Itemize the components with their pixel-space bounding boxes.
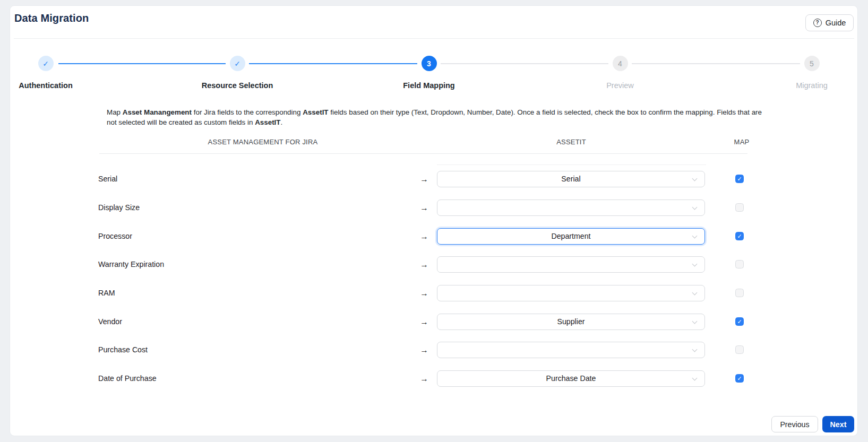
check-icon: ✓ — [737, 233, 742, 239]
table-row: Vendor → Supplier ✓ — [0, 314, 868, 330]
table-row: Date of Purchase → Purchase Date ✓ — [0, 370, 868, 387]
chevron-down-icon — [692, 290, 698, 295]
step-number: 3 — [427, 59, 431, 68]
check-icon: ✓ — [737, 376, 742, 382]
arrow-right-icon: → — [418, 228, 431, 245]
target-field-select[interactable] — [437, 342, 705, 358]
map-checkbox[interactable]: ✓ — [735, 317, 744, 326]
check-icon: ✓ — [737, 176, 742, 182]
arrow-right-icon: → — [418, 171, 431, 187]
map-checkbox[interactable]: ✓ — [735, 260, 744, 268]
partial-select-edge — [437, 164, 706, 165]
header-divider — [14, 38, 854, 39]
check-icon: ✓ — [42, 59, 49, 68]
source-field-label: Purchase Cost — [98, 342, 148, 358]
step-circle[interactable]: ✓ 3 — [422, 56, 437, 71]
target-field-select[interactable]: Purchase Date — [437, 370, 705, 387]
source-field-label: RAM — [98, 285, 115, 301]
arrow-right-icon: → — [418, 314, 431, 330]
arrow-right-icon: → — [418, 342, 431, 358]
page-title: Data Migration — [14, 12, 89, 24]
check-icon: ✓ — [737, 319, 742, 325]
stepper-connector-done — [58, 63, 226, 64]
chevron-down-icon — [692, 346, 698, 352]
table-row: Purchase Cost → ✓ — [0, 342, 868, 358]
stepper-step-migrating: ✓ 5 Migrating — [759, 56, 865, 90]
target-field-select[interactable]: Serial — [437, 171, 705, 187]
map-checkbox[interactable]: ✓ — [735, 374, 744, 383]
stepper-step-resource-selection: ✓ Resource Selection — [184, 56, 290, 90]
arrow-right-icon: → — [418, 285, 431, 301]
source-field-label: Display Size — [98, 200, 140, 216]
target-field-select[interactable] — [437, 285, 705, 301]
column-header-map: MAP — [689, 138, 795, 146]
map-checkbox[interactable]: ✓ — [735, 289, 744, 297]
source-field-label: Date of Purchase — [98, 370, 157, 387]
table-row: Processor → Department ✓ — [0, 228, 868, 245]
step-number: 4 — [618, 59, 622, 68]
check-icon: ✓ — [234, 59, 240, 68]
stepper-connector-todo — [632, 63, 800, 64]
selected-value: Supplier — [437, 314, 704, 330]
stepper-connector-todo — [441, 63, 608, 64]
step-label: Field Mapping — [376, 81, 482, 90]
stepper-step-field-mapping: ✓ 3 Field Mapping — [376, 56, 482, 90]
step-circle[interactable]: ✓ — [230, 56, 245, 71]
step-circle[interactable]: ✓ — [38, 56, 54, 71]
chevron-down-icon — [692, 261, 698, 266]
source-field-label: Processor — [98, 228, 132, 245]
help-circle-icon: ? — [813, 19, 822, 27]
stepper-step-preview: ✓ 4 Preview — [567, 56, 673, 90]
table-row: Display Size → ✓ — [0, 200, 868, 216]
table-row: RAM → ✓ — [0, 285, 868, 301]
target-field-select[interactable] — [437, 256, 705, 273]
map-checkbox[interactable]: ✓ — [735, 175, 744, 183]
selected-value: Purchase Date — [437, 371, 704, 386]
source-field-label: Vendor — [98, 314, 122, 330]
step-circle[interactable]: ✓ 4 — [613, 56, 628, 71]
table-header-divider — [99, 153, 747, 154]
map-checkbox[interactable]: ✓ — [735, 203, 744, 212]
stepper-step-authentication: ✓ Authentication — [0, 56, 99, 90]
arrow-right-icon: → — [418, 370, 431, 387]
map-checkbox[interactable]: ✓ — [735, 232, 744, 240]
next-button[interactable]: Next — [822, 416, 854, 432]
step-label: Migrating — [759, 81, 865, 90]
target-field-select[interactable] — [437, 200, 705, 216]
column-header-source: ASSET MANAGEMENT FOR JIRA — [157, 138, 369, 146]
step-number: 5 — [810, 59, 814, 68]
chevron-down-icon — [692, 204, 698, 210]
source-field-label: Serial — [98, 171, 117, 187]
step-circle[interactable]: ✓ 5 — [804, 56, 820, 71]
step-label: Resource Selection — [184, 81, 290, 90]
column-header-target: ASSETIT — [465, 138, 677, 146]
stepper-connector-done — [249, 63, 417, 64]
step-label: Authentication — [0, 81, 99, 90]
table-row: Warranty Expiration → ✓ — [0, 256, 868, 273]
guide-button-label: Guide — [826, 19, 846, 27]
mapping-instructions: Map Asset Manangement for Jira fields to… — [107, 108, 762, 127]
source-field-label: Warranty Expiration — [98, 256, 164, 273]
arrow-right-icon: → — [418, 256, 431, 273]
map-checkbox[interactable]: ✓ — [735, 345, 744, 354]
target-field-select[interactable]: Department — [437, 228, 705, 245]
target-field-select[interactable]: Supplier — [437, 314, 705, 330]
guide-button[interactable]: ? Guide — [805, 14, 854, 31]
step-label: Preview — [567, 81, 673, 90]
selected-value: Department — [437, 229, 704, 244]
arrow-right-icon: → — [418, 200, 431, 216]
previous-button[interactable]: Previous — [771, 416, 818, 432]
selected-value: Serial — [437, 171, 704, 187]
table-row: Serial → Serial ✓ — [0, 171, 868, 187]
